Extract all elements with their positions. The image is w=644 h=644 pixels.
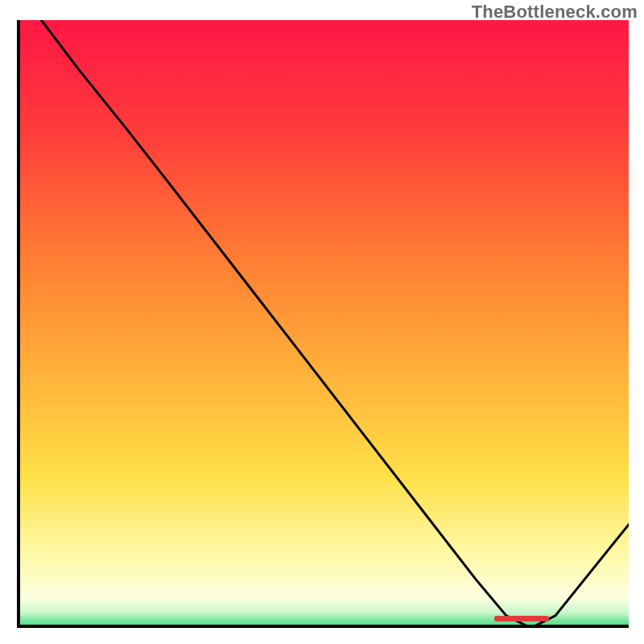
- chart-curve: [17, 20, 629, 628]
- optimum-marker: [494, 616, 549, 621]
- y-axis: [17, 20, 20, 628]
- x-axis: [17, 625, 629, 628]
- chart-plot-area: [17, 20, 629, 628]
